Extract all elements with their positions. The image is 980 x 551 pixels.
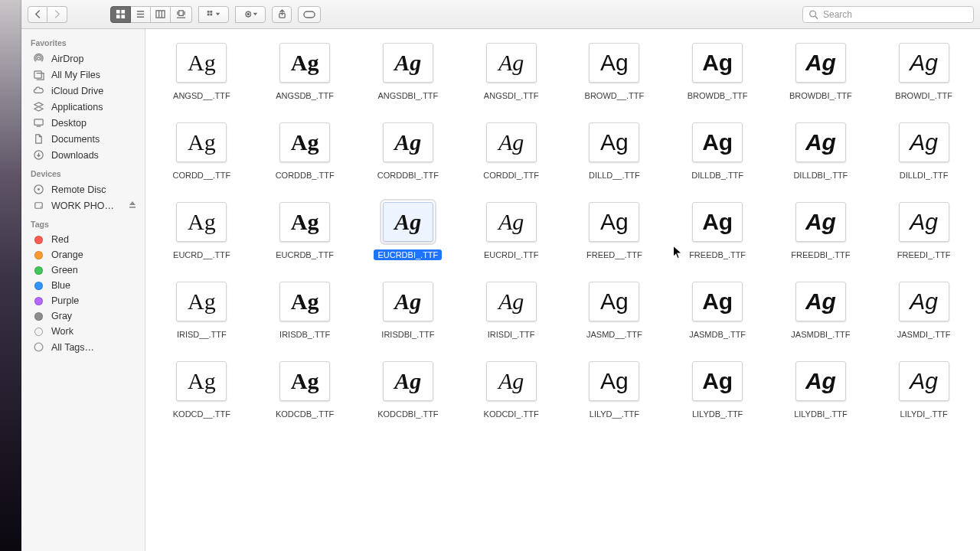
file-item[interactable]: AgBROWDI_.TTF <box>872 43 975 101</box>
sidebar-item-favorite[interactable]: Applications <box>21 99 145 115</box>
file-item[interactable]: AgCORDDBI_.TTF <box>357 122 460 181</box>
file-name-label: FREEDBI_.TTF <box>787 249 854 260</box>
file-item[interactable]: AgDILLDBI_.TTF <box>769 122 873 181</box>
file-item[interactable]: AgLILYD__.TTF <box>563 361 666 419</box>
file-item[interactable]: AgKODCD__.TTF <box>150 361 253 419</box>
file-name-label: JASMDB_.TTF <box>685 329 750 340</box>
sidebar-item-favorite[interactable]: All My Files <box>21 67 145 83</box>
file-item[interactable]: AgIRISDI_.TTF <box>459 282 563 340</box>
file-item[interactable]: AgIRISDB_.TTF <box>253 282 357 340</box>
file-item[interactable]: AgANGSD__.TTF <box>150 43 253 101</box>
file-item[interactable]: AgFREEDB_.TTF <box>666 202 769 260</box>
file-name-label: DILLD__.TTF <box>585 170 644 181</box>
file-item[interactable]: AgEUCRDBI_.TTF <box>357 202 460 260</box>
svg-rect-31 <box>129 207 136 208</box>
file-item[interactable]: AgANGSDB_.TTF <box>253 43 357 101</box>
file-item[interactable]: AgANGSDBI_.TTF <box>357 43 460 101</box>
file-item[interactable]: AgKODCDI_.TTF <box>459 361 563 419</box>
file-grid-area[interactable]: AgANGSD__.TTFAgANGSDB_.TTFAgANGSDBI_.TTF… <box>145 29 980 551</box>
file-item[interactable]: AgCORDDB_.TTF <box>253 122 357 181</box>
file-item[interactable]: AgBROWDBI_.TTF <box>769 43 873 101</box>
forward-button[interactable] <box>47 6 67 23</box>
search-input[interactable] <box>802 6 974 23</box>
file-item[interactable]: AgBROWDB_.TTF <box>666 43 769 101</box>
view-coverflow-button[interactable] <box>171 6 192 23</box>
file-name-label: KODCDBI_.TTF <box>374 409 442 419</box>
file-item[interactable]: AgDILLDI_.TTF <box>872 122 975 181</box>
sidebar-item-tag[interactable]: Orange <box>21 247 145 262</box>
file-name-label: CORDDBI_.TTF <box>374 170 443 181</box>
icloud-icon <box>32 85 45 96</box>
view-icons-button[interactable] <box>110 6 131 23</box>
file-item[interactable]: AgJASMDBI_.TTF <box>769 282 873 340</box>
file-item[interactable]: AgFREEDBI_.TTF <box>769 202 873 260</box>
file-thumbnail: Ag <box>899 202 949 242</box>
svg-rect-24 <box>34 119 43 126</box>
file-item[interactable]: AgDILLD__.TTF <box>563 122 666 181</box>
svg-point-30 <box>41 207 42 208</box>
file-item[interactable]: AgCORDDI_.TTF <box>459 122 563 181</box>
file-thumbnail: Ag <box>383 202 433 242</box>
view-columns-button[interactable] <box>151 6 171 23</box>
file-thumbnail: Ag <box>692 282 743 321</box>
file-thumbnail: Ag <box>589 282 639 321</box>
file-item[interactable]: AgKODCDB_.TTF <box>253 361 357 419</box>
sidebar-item-favorite[interactable]: AirDrop <box>21 51 145 67</box>
file-item[interactable]: AgJASMDB_.TTF <box>666 282 769 340</box>
file-item[interactable]: AgANGSDI_.TTF <box>459 43 563 101</box>
file-name-label: KODCDI_.TTF <box>480 409 543 419</box>
remotedisc-icon <box>32 184 45 195</box>
sidebar-all-tags[interactable]: All Tags… <box>21 339 145 355</box>
file-item[interactable]: AgJASMDI_.TTF <box>872 282 975 340</box>
file-item[interactable]: AgLILYDB_.TTF <box>666 361 769 419</box>
file-item[interactable]: AgIRISD__.TTF <box>150 282 253 340</box>
documents-icon <box>32 133 45 145</box>
file-item[interactable]: AgEUCRDB_.TTF <box>253 202 357 260</box>
file-thumbnail: Ag <box>383 282 433 321</box>
sidebar-item-tag[interactable]: Green <box>21 262 145 278</box>
file-thumbnail: Ag <box>589 202 639 242</box>
sidebar-item-tag[interactable]: Red <box>21 232 145 247</box>
sidebar-item-device[interactable]: Remote Disc <box>21 181 145 197</box>
svg-rect-19 <box>304 11 315 18</box>
file-name-label: EUCRDI_.TTF <box>480 249 543 260</box>
action-button-group <box>235 6 266 23</box>
file-name-label: LILYDI_.TTF <box>897 409 952 419</box>
eject-icon[interactable] <box>128 200 137 211</box>
file-item[interactable]: AgIRISDBI_.TTF <box>357 282 460 340</box>
sidebar-item-favorite[interactable]: Documents <box>21 131 145 147</box>
sidebar-item-favorite[interactable]: Desktop <box>21 115 145 131</box>
file-name-label: BROWDI_.TTF <box>891 90 956 101</box>
file-item[interactable]: AgKODCDBI_.TTF <box>357 361 460 419</box>
share-button[interactable] <box>272 6 292 23</box>
sidebar-item-label: WORK PHO… <box>51 201 122 211</box>
file-item[interactable]: AgJASMD__.TTF <box>563 282 666 340</box>
file-item[interactable]: AgEUCRDI_.TTF <box>459 202 563 260</box>
sidebar-item-favorite[interactable]: Downloads <box>21 147 145 163</box>
file-item[interactable]: AgDILLDB_.TTF <box>666 122 769 181</box>
file-item[interactable]: AgFREED__.TTF <box>563 202 666 260</box>
sidebar-item-tag[interactable]: Gray <box>21 308 145 324</box>
file-item[interactable]: AgEUCRD__.TTF <box>150 202 253 260</box>
file-item[interactable]: AgLILYDBI_.TTF <box>769 361 873 419</box>
tags-button[interactable] <box>298 6 321 23</box>
file-name-label: FREEDI_.TTF <box>893 249 955 260</box>
svg-point-28 <box>38 188 40 191</box>
sidebar-item-tag[interactable]: Work <box>21 324 145 339</box>
sidebar-item-device[interactable]: WORK PHO… <box>21 197 145 214</box>
all-tags-icon <box>32 341 45 353</box>
file-item[interactable]: AgCORDD__.TTF <box>150 122 253 181</box>
file-item[interactable]: AgFREEDI_.TTF <box>872 202 975 260</box>
file-item[interactable]: AgLILYDI_.TTF <box>872 361 975 419</box>
view-list-button[interactable] <box>131 6 151 23</box>
finder-window: Favorites AirDropAll My FilesiCloud Driv… <box>21 0 980 551</box>
file-name-label: FREEDB_.TTF <box>685 249 750 260</box>
file-item[interactable]: AgBROWD__.TTF <box>563 43 666 101</box>
sidebar-item-favorite[interactable]: iCloud Drive <box>21 83 145 99</box>
svg-point-17 <box>247 13 249 15</box>
back-button[interactable] <box>28 6 47 23</box>
arrange-button[interactable] <box>198 6 229 23</box>
action-button[interactable] <box>235 6 266 23</box>
sidebar-item-tag[interactable]: Purple <box>21 293 145 308</box>
sidebar-item-tag[interactable]: Blue <box>21 278 145 293</box>
